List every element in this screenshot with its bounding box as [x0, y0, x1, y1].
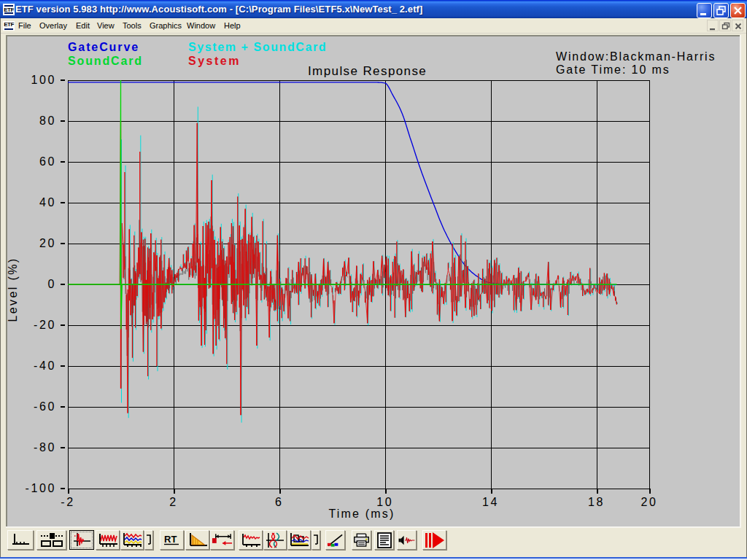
svg-text:RT: RT	[164, 534, 177, 545]
